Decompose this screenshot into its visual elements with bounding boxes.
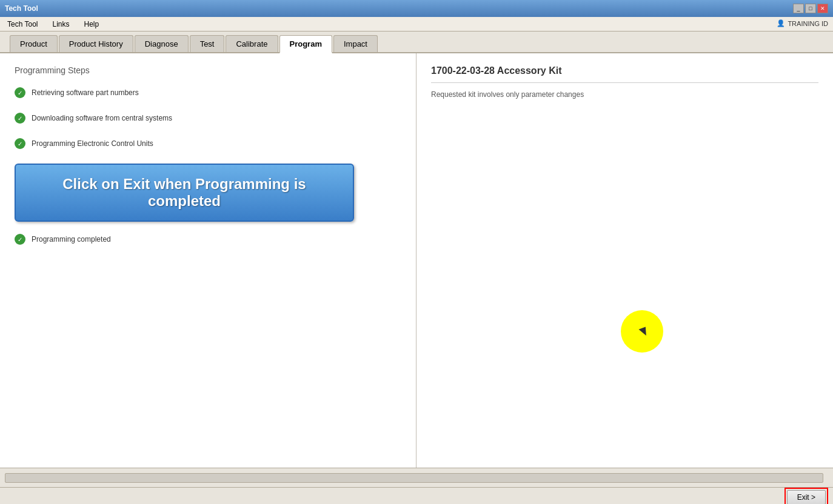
minimize-button[interactable]: _ xyxy=(793,4,804,13)
step-check-1: ✓ xyxy=(15,87,25,98)
step-label-4: Programming completed xyxy=(32,235,111,244)
step-item-2: ✓ Downloading software from central syst… xyxy=(15,113,401,124)
title-bar: Tech Tool _ □ ✕ xyxy=(0,0,833,17)
exit-button[interactable]: Exit > xyxy=(787,490,826,505)
main-content: Programming Steps ✓ Retrieving software … xyxy=(0,53,833,468)
progress-bar-area xyxy=(0,468,833,487)
training-id: 👤 TRAINING ID xyxy=(777,19,828,27)
progress-bar xyxy=(5,473,823,483)
programming-steps-title: Programming Steps xyxy=(15,65,401,75)
app-title: Tech Tool xyxy=(5,4,38,13)
step-item-4: ✓ Programming completed xyxy=(15,234,401,245)
user-icon: 👤 xyxy=(777,19,785,27)
tab-product[interactable]: Product xyxy=(10,35,58,52)
cursor-icon xyxy=(639,327,649,337)
kit-title: 1700-22-03-28 Accessory Kit xyxy=(431,65,818,83)
menu-links[interactable]: Links xyxy=(50,19,72,30)
step-item-3: ✓ Programming Electronic Control Units xyxy=(15,138,401,149)
nav-tabs: Product Product History Diagnose Test Ca… xyxy=(0,31,833,53)
title-bar-left: Tech Tool xyxy=(5,4,38,13)
step-check-3: ✓ xyxy=(15,138,25,149)
exit-banner-button[interactable]: Click on Exit when Programming is comple… xyxy=(15,164,354,222)
close-button[interactable]: ✕ xyxy=(817,4,828,13)
tab-impact[interactable]: Impact xyxy=(333,35,378,52)
step-item-1: ✓ Retrieving software part numbers xyxy=(15,87,401,98)
left-panel: Programming Steps ✓ Retrieving software … xyxy=(0,53,416,468)
tab-diagnose[interactable]: Diagnose xyxy=(135,35,189,52)
right-panel: 1700-22-03-28 Accessory Kit Requested ki… xyxy=(416,53,833,468)
tab-test[interactable]: Test xyxy=(190,35,225,52)
training-id-label: TRAINING ID xyxy=(788,20,828,27)
title-bar-controls[interactable]: _ □ ✕ xyxy=(793,4,828,13)
tab-program[interactable]: Program xyxy=(279,35,332,53)
step-label-3: Programming Electronic Control Units xyxy=(32,139,153,148)
step-label-1: Retrieving software part numbers xyxy=(32,88,139,97)
tab-calibrate[interactable]: Calibrate xyxy=(226,35,278,52)
kit-description: Requested kit involves only parameter ch… xyxy=(431,90,818,99)
step-check-4: ✓ xyxy=(15,234,25,245)
exit-banner-text: Click on Exit when Programming is comple… xyxy=(62,176,306,209)
menu-tech-tool[interactable]: Tech Tool xyxy=(5,19,40,30)
menu-bar: Tech Tool Links Help 👤 TRAINING ID xyxy=(0,17,833,31)
step-check-2: ✓ xyxy=(15,113,25,124)
maximize-button[interactable]: □ xyxy=(805,4,816,13)
bottom-bar: Exit > xyxy=(0,487,833,504)
exit-button-container: Exit > xyxy=(784,488,828,505)
step-label-2: Downloading software from central system… xyxy=(32,114,172,122)
yellow-circle-cursor xyxy=(621,310,663,353)
tab-product-history[interactable]: Product History xyxy=(59,35,133,52)
menu-help[interactable]: Help xyxy=(82,19,102,30)
